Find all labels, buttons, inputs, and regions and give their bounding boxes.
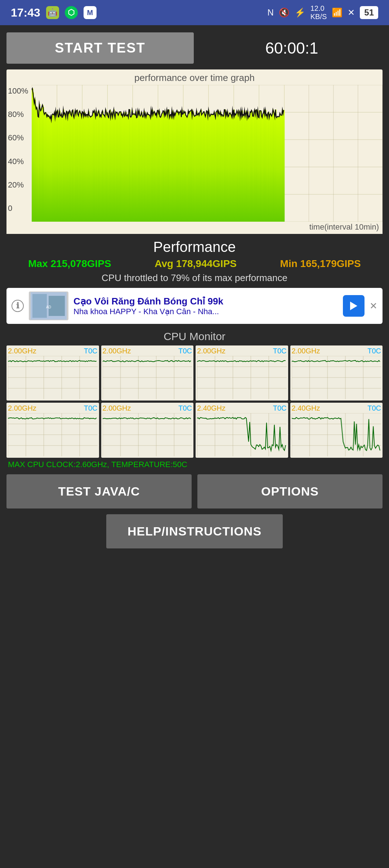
- cpu-core-3: 2.00GHzT0C: [196, 345, 288, 401]
- status-bar: 17:43 🤖 ⬡ M N 🔇 ⚡ 12.0KB/S 📶 ✕ 51: [0, 0, 389, 25]
- cpu-core-6: 2.00GHzT0C: [101, 403, 194, 458]
- cpu-core-7-header: 2.40GHzT0C: [197, 404, 287, 412]
- performance-graph-section: performance over time graph 100% 80% 60%…: [6, 69, 383, 234]
- battery-indicator: 51: [360, 6, 378, 19]
- cpu-core-5-freq: 2.00GHz: [8, 404, 36, 412]
- cpu-core-8-header: 2.40GHzT0C: [292, 404, 381, 412]
- svg-rect-1: [32, 294, 47, 318]
- performance-canvas: [32, 85, 383, 222]
- stat-min: Min 165,179GIPS: [280, 258, 361, 270]
- throttle-text: CPU throttled to 79% of its max performa…: [6, 272, 383, 284]
- stat-avg: Avg 178,944GIPS: [155, 258, 237, 270]
- ad-image: AD: [29, 291, 68, 320]
- cpu-core-4: 2.00GHzT0C: [290, 345, 383, 401]
- cpu-core-5-temp: T0C: [84, 404, 98, 412]
- timer-display: 60:00:1: [201, 39, 383, 57]
- status-right: N 🔇 ⚡ 12.0KB/S 📶 ✕ 51: [267, 4, 378, 21]
- app-icon-android: 🤖: [46, 6, 59, 19]
- close-icon: ✕: [348, 8, 355, 18]
- cpu-core-4-freq: 2.00GHz: [292, 347, 320, 355]
- cpu-core-2-freq: 2.00GHz: [103, 347, 131, 355]
- cpu-core-3-header: 2.00GHzT0C: [197, 347, 287, 355]
- cpu-core-1: 2.00GHzT0C: [6, 345, 99, 401]
- graph-x-label: time(interval 10min): [6, 222, 383, 234]
- help-instructions-button[interactable]: HELP/INSTRUCTIONS: [106, 514, 283, 548]
- graph-title: performance over time graph: [6, 72, 383, 83]
- top-controls: START TEST 60:00:1: [6, 32, 383, 64]
- bottom-buttons: TEST JAVA/C OPTIONS: [6, 474, 383, 508]
- y-label-0: 0: [8, 204, 30, 213]
- status-left: 17:43 🤖 ⬡ M: [11, 6, 97, 19]
- graph-y-labels: 100% 80% 60% 40% 20% 0: [6, 85, 32, 222]
- data-speed: 12.0KB/S: [310, 4, 327, 21]
- y-label-60: 60%: [8, 133, 30, 143]
- bluetooth-icon: ⚡: [295, 8, 305, 18]
- cpu-core-6-freq: 2.00GHz: [103, 404, 131, 412]
- cpu-core-4-header: 2.00GHzT0C: [292, 347, 381, 355]
- cpu-core-8-freq: 2.40GHz: [292, 404, 320, 412]
- graph-area: 100% 80% 60% 40% 20% 0: [6, 85, 383, 222]
- cpu-core-1-canvas: [8, 356, 98, 399]
- cpu-grid: 2.00GHzT0C2.00GHzT0C2.00GHzT0C2.00GHzT0C…: [6, 345, 383, 458]
- cpu-core-4-temp: T0C: [367, 347, 381, 355]
- cpu-core-3-canvas: [197, 356, 287, 399]
- svg-text:AD: AD: [46, 305, 51, 309]
- options-button[interactable]: OPTIONS: [197, 474, 383, 508]
- y-label-80: 80%: [8, 110, 30, 119]
- cpu-core-1-header: 2.00GHzT0C: [8, 347, 98, 355]
- y-label-100: 100%: [8, 86, 30, 96]
- cpu-core-5-canvas: [8, 413, 98, 456]
- performance-stats: Max 215,078GIPS Avg 178,944GIPS Min 165,…: [6, 258, 383, 270]
- status-time: 17:43: [11, 6, 40, 19]
- stat-max: Max 215,078GIPS: [28, 258, 111, 270]
- cpu-monitor-title: CPU Monitor: [6, 330, 383, 343]
- cpu-core-1-freq: 2.00GHz: [8, 347, 36, 355]
- cpu-core-5: 2.00GHzT0C: [6, 403, 99, 458]
- wifi-icon: 📶: [332, 8, 343, 18]
- nfc-icon: N: [267, 8, 273, 18]
- cpu-core-8-temp: T0C: [367, 404, 381, 412]
- start-test-button[interactable]: START TEST: [6, 32, 194, 64]
- cpu-core-8: 2.40GHzT0C: [290, 403, 383, 458]
- graph-canvas-wrapper: [32, 85, 383, 222]
- cpu-core-2: 2.00GHzT0C: [101, 345, 194, 401]
- cpu-core-2-temp: T0C: [178, 347, 192, 355]
- cpu-core-5-header: 2.00GHzT0C: [8, 404, 98, 412]
- main-content: START TEST 60:00:1 performance over time…: [0, 25, 389, 566]
- ad-arrow-icon[interactable]: [343, 295, 365, 317]
- cpu-core-4-canvas: [292, 356, 381, 399]
- app-icon-m: M: [84, 6, 97, 19]
- cpu-core-3-temp: T0C: [273, 347, 287, 355]
- ad-banner[interactable]: ℹ AD Cạo Vôi Răng Đánh Bóng Chỉ 99k Nha …: [6, 288, 383, 324]
- test-java-c-button[interactable]: TEST JAVA/C: [6, 474, 192, 508]
- cpu-core-6-canvas: [103, 413, 192, 456]
- ad-text: Cạo Vôi Răng Đánh Bóng Chỉ 99k Nha khoa …: [73, 296, 338, 316]
- ad-info-icon: ℹ: [12, 300, 24, 312]
- cpu-core-1-temp: T0C: [84, 347, 98, 355]
- cpu-max-info: MAX CPU CLOCK:2.60GHz, TEMPERATURE:50C: [6, 460, 383, 469]
- cpu-core-7-temp: T0C: [273, 404, 287, 412]
- ad-close-button[interactable]: ✕: [370, 300, 377, 312]
- cpu-core-7: 2.40GHzT0C: [196, 403, 288, 458]
- svg-marker-4: [350, 302, 357, 310]
- cpu-core-7-canvas: [197, 413, 287, 456]
- cpu-core-6-header: 2.00GHzT0C: [103, 404, 192, 412]
- y-label-40: 40%: [8, 157, 30, 166]
- cpu-core-2-canvas: [103, 356, 192, 399]
- mute-icon: 🔇: [279, 8, 290, 18]
- performance-title: Performance: [6, 239, 383, 255]
- cpu-core-6-temp: T0C: [178, 404, 192, 412]
- y-label-20: 20%: [8, 180, 30, 190]
- ad-title: Cạo Vôi Răng Đánh Bóng Chỉ 99k: [73, 296, 338, 307]
- cpu-core-8-canvas: [292, 413, 381, 456]
- cpu-core-7-freq: 2.40GHz: [197, 404, 225, 412]
- cpu-core-3-freq: 2.00GHz: [197, 347, 225, 355]
- app-icon-green: ⬡: [65, 6, 78, 19]
- cpu-core-2-header: 2.00GHzT0C: [103, 347, 192, 355]
- ad-subtitle: Nha khoa HAPPY - Kha Vạn Cân - Nha...: [73, 307, 338, 316]
